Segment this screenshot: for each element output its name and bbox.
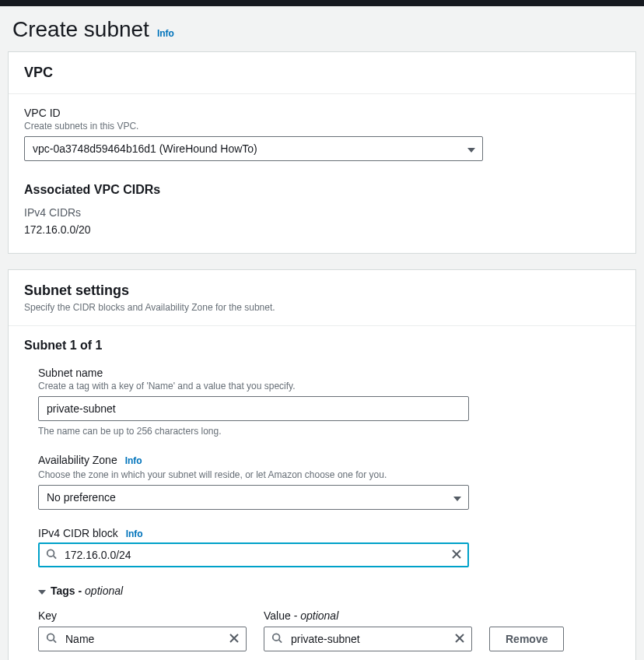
vpc-id-help: Create subnets in this VPC. <box>24 121 620 132</box>
az-label: Availability Zone <box>38 454 117 466</box>
vpc-panel-body: VPC ID Create subnets in this VPC. vpc-0… <box>9 94 635 253</box>
search-icon <box>271 633 282 646</box>
subnet-settings-subtitle: Specify the CIDR blocks and Availability… <box>24 302 620 313</box>
vpc-panel-title: VPC <box>24 65 620 81</box>
az-selected-value: No preference <box>47 491 116 504</box>
search-icon <box>46 633 57 646</box>
remove-tag-button[interactable]: Remove <box>489 627 564 651</box>
svg-point-4 <box>47 634 54 641</box>
tag-key-input[interactable] <box>38 627 247 651</box>
tag-key-column: Key <box>38 609 247 651</box>
tags-label: Tags - optional <box>51 585 123 597</box>
ipv4-cidr-label: IPv4 CIDR block <box>38 527 118 539</box>
svg-line-9 <box>279 640 282 643</box>
subnet-name-char-help: The name can be up to 256 characters lon… <box>38 426 620 437</box>
vpc-id-selected-value: vpc-0a3748d59464b16d1 (WireHound HowTo) <box>33 142 257 155</box>
subnet-name-field: Subnet name Create a tag with a key of '… <box>38 367 620 437</box>
svg-point-0 <box>47 549 54 556</box>
ipv4-cidrs-label: IPv4 CIDRs <box>24 206 620 219</box>
ipv4-cidr-info-link[interactable]: Info <box>126 528 143 539</box>
clear-icon[interactable] <box>455 633 464 645</box>
az-info-link[interactable]: Info <box>125 455 142 466</box>
svg-point-8 <box>273 634 280 641</box>
page-title: Create subnet <box>12 17 149 42</box>
tag-value-label: Value - optional <box>264 609 472 622</box>
ipv4-cidr-input[interactable] <box>38 542 469 567</box>
vpc-panel-header: VPC <box>9 52 635 94</box>
tag-key-label: Key <box>38 609 247 622</box>
clear-icon[interactable] <box>452 549 461 561</box>
search-icon <box>46 549 57 562</box>
ipv4-cidr-input-wrap <box>38 542 469 567</box>
subnet-name-help: Create a tag with a key of 'Name' and a … <box>38 381 620 391</box>
subnet-index-label: Subnet 1 of 1 <box>24 339 620 353</box>
subnet-settings-body: Subnet 1 of 1 Subnet name Create a tag w… <box>9 326 635 660</box>
svg-line-1 <box>54 556 57 559</box>
page-info-link[interactable]: Info <box>157 28 174 39</box>
caret-down-icon <box>38 585 46 597</box>
subnet-settings-panel: Subnet settings Specify the CIDR blocks … <box>8 269 636 660</box>
az-help: Choose the zone in which your subnet wil… <box>38 469 620 480</box>
subnet-settings-header: Subnet settings Specify the CIDR blocks … <box>9 270 635 326</box>
ipv4-cidrs-value: 172.16.0.0/20 <box>24 223 620 236</box>
availability-zone-field: Availability Zone Info Choose the zone i… <box>38 454 620 510</box>
az-select[interactable]: No preference <box>38 485 469 510</box>
vpc-panel: VPC VPC ID Create subnets in this VPC. v… <box>8 51 636 254</box>
subnet-name-input[interactable] <box>38 396 469 421</box>
vpc-id-label: VPC ID <box>24 107 620 119</box>
tag-value-column: Value - optional <box>264 609 472 651</box>
tag-value-input[interactable] <box>264 627 472 651</box>
subnet-name-label: Subnet name <box>38 367 620 379</box>
subnet-settings-title: Subnet settings <box>24 283 620 299</box>
clear-icon[interactable] <box>229 633 239 645</box>
tags-row: Key Value - optional <box>38 609 620 651</box>
top-nav-bar <box>0 0 644 6</box>
associated-cidrs-header: Associated VPC CIDRs <box>24 183 620 197</box>
page-header: Create subnet Info <box>0 6 644 51</box>
svg-line-5 <box>54 640 57 643</box>
ipv4-cidr-field: IPv4 CIDR block Info <box>38 527 620 567</box>
vpc-id-select[interactable]: vpc-0a3748d59464b16d1 (WireHound HowTo) <box>24 136 483 161</box>
tags-toggle[interactable]: Tags - optional <box>38 585 620 597</box>
